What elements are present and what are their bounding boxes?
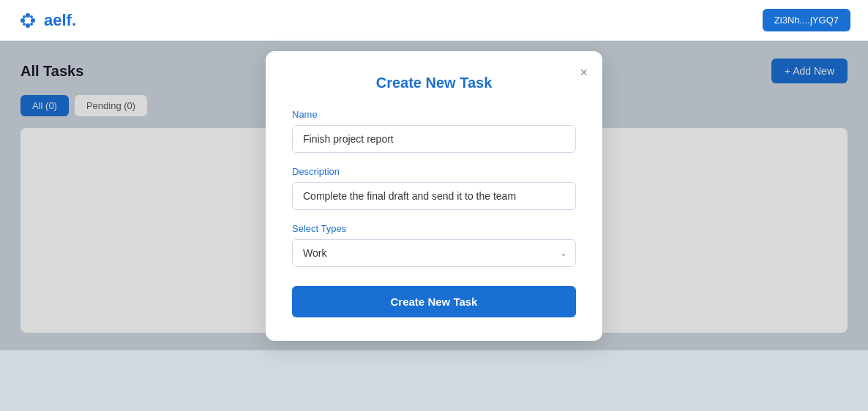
modal: Create New Task × Name Description Selec… xyxy=(266,51,602,341)
name-field-group: Name xyxy=(292,109,576,153)
header: aelf. Zi3Nh....jYGQ7 xyxy=(0,0,868,41)
description-input[interactable] xyxy=(292,182,576,210)
svg-point-2 xyxy=(20,18,25,23)
modal-overlay: Create New Task × Name Description Selec… xyxy=(0,41,868,350)
modal-close-button[interactable]: × xyxy=(577,63,591,82)
type-select[interactable]: Work Personal Shopping Health xyxy=(292,239,576,267)
svg-point-5 xyxy=(30,15,33,18)
logo-text: aelf. xyxy=(44,11,76,30)
name-label: Name xyxy=(292,109,576,120)
logo-icon xyxy=(18,10,38,31)
description-label: Description xyxy=(292,166,576,177)
create-task-button[interactable]: Create New Task xyxy=(292,286,576,317)
modal-title: Create New Task xyxy=(292,75,576,91)
name-input[interactable] xyxy=(292,125,576,153)
svg-point-1 xyxy=(26,23,30,28)
svg-point-3 xyxy=(31,18,35,23)
wallet-button[interactable]: Zi3Nh....jYGQ7 xyxy=(763,9,850,31)
description-field-group: Description xyxy=(292,166,576,210)
svg-point-7 xyxy=(30,23,33,26)
logo: aelf. xyxy=(18,10,76,31)
svg-point-4 xyxy=(23,15,26,18)
select-type-label: Select Types xyxy=(292,223,576,234)
main-content: All Tasks + Add New All (0) Pending (0) … xyxy=(0,41,868,350)
svg-point-0 xyxy=(26,13,30,18)
svg-point-6 xyxy=(23,23,26,26)
select-wrapper: Work Personal Shopping Health ⌄ xyxy=(292,239,576,267)
select-type-group: Select Types Work Personal Shopping Heal… xyxy=(292,223,576,267)
